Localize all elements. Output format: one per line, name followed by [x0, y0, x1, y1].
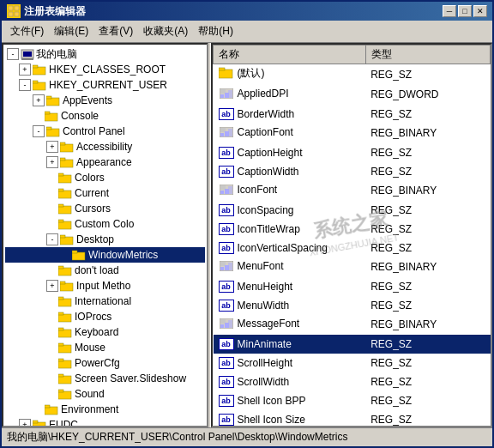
reg-name-label: BorderWidth	[238, 106, 295, 122]
international-label: International	[75, 294, 131, 309]
menu-edit[interactable]: 编辑(E)	[49, 22, 93, 40]
svg-rect-16	[46, 127, 51, 130]
expand-hkcr[interactable]: +	[19, 64, 31, 76]
main-window: 注册表编辑器 ─ □ ✕ 文件(F) 编辑(E) 查看(V) 收藏夹(A) 帮助…	[0, 0, 494, 448]
right-pane[interactable]: 系统之家 XITONGZHUJIA.NET 名称 类型 (默认)REG_SZAp…	[211, 43, 492, 427]
tree-node-appevents[interactable]: + AppEvents	[5, 93, 205, 108]
tree-node-eudc[interactable]: + EUDC	[5, 417, 205, 427]
table-row[interactable]: abScrollWidthREG_SZ	[214, 372, 491, 391]
reg-name-cell: abIconVerticalSpacing	[214, 239, 366, 257]
svg-rect-36	[60, 282, 65, 284]
table-row[interactable]: CaptionFontREG_BINARY	[214, 124, 491, 143]
table-row[interactable]: abIconVerticalSpacingREG_SZ	[214, 239, 491, 257]
expand-cp[interactable]: -	[33, 125, 45, 137]
tree-node-appearance[interactable]: + Appearance	[5, 154, 205, 170]
tree-node-screensaver[interactable]: Screen Saver.Slideshow	[5, 371, 205, 386]
maximize-button[interactable]: □	[458, 5, 472, 17]
menu-favorites[interactable]: 收藏夹(A)	[138, 22, 193, 40]
menu-file[interactable]: 文件(F)	[5, 22, 49, 40]
table-row[interactable]: MessageFontREG_BINARY	[214, 315, 491, 335]
eudc-label: EUDC	[49, 417, 78, 427]
folder-icon-current	[58, 187, 72, 199]
folder-icon-desktop	[60, 233, 74, 245]
menu-view[interactable]: 查看(V)	[93, 22, 138, 40]
svg-rect-49	[58, 391, 71, 399]
tree-node-ioprocs[interactable]: IOProcs	[5, 309, 205, 324]
table-row[interactable]: AppliedDPIREG_DWORD	[214, 85, 491, 105]
tree-node-mouse[interactable]: Mouse	[5, 340, 205, 355]
tree-node-console[interactable]: Console	[5, 108, 205, 124]
tree-pane[interactable]: - 我的电脑 + HKEY_CLASSES	[2, 43, 208, 427]
svg-rect-75	[228, 186, 232, 194]
folder-icon-customcolo	[58, 218, 72, 230]
table-row[interactable]: abCaptionWidthREG_SZ	[214, 162, 491, 181]
svg-rect-40	[58, 312, 63, 315]
tree-node-international[interactable]: International	[5, 294, 205, 309]
table-row[interactable]: abShell Icon SizeREG_SZ	[214, 410, 491, 428]
expand-eudc[interactable]: +	[19, 419, 31, 427]
expand-inputmetho[interactable]: +	[46, 280, 58, 292]
table-row[interactable]: abMenuWidthREG_SZ	[214, 296, 491, 315]
table-row[interactable]: abBorderWidthREG_SZ	[214, 105, 491, 124]
tree-node-sound[interactable]: Sound	[5, 386, 205, 402]
expand-appevents[interactable]: +	[33, 94, 45, 106]
reg-type-cell: REG_SZ	[365, 372, 490, 391]
folder-icon-appevents	[46, 94, 60, 106]
expand-appearance[interactable]: +	[46, 156, 58, 168]
console-label: Console	[61, 108, 99, 124]
folder-icon-sound	[58, 388, 72, 400]
svg-rect-80	[228, 263, 232, 270]
tree-node-cursors[interactable]: Cursors	[5, 201, 205, 216]
app-icon	[7, 4, 21, 18]
expand-accessibility[interactable]: +	[46, 141, 58, 153]
tree-node-powercfg[interactable]: PowerCfg	[5, 355, 205, 371]
ab-reg-icon: ab	[219, 338, 234, 350]
expand-root[interactable]: -	[7, 48, 19, 60]
screensaver-label: Screen Saver.Slideshow	[75, 371, 186, 386]
svg-rect-30	[60, 235, 65, 238]
tree-node-hkcu[interactable]: - HKEY_CURRENT_USER	[5, 77, 205, 93]
close-button[interactable]: ✕	[473, 5, 487, 17]
svg-rect-42	[58, 328, 63, 330]
tree-node-customcolo[interactable]: Custom Colo	[5, 216, 205, 232]
tree-node-cp[interactable]: - Control Panel	[5, 124, 205, 139]
reg-type-cell: REG_SZ	[365, 220, 490, 239]
tree-node-windowmetrics[interactable]: WindowMetrics	[5, 247, 205, 263]
minimize-button[interactable]: ─	[443, 5, 456, 17]
tree-node-colors[interactable]: Colors	[5, 170, 205, 185]
table-row[interactable]: MenuFontREG_BINARY	[214, 257, 491, 277]
titlebar: 注册表编辑器 ─ □ ✕	[2, 2, 492, 21]
tree-node-hkcr[interactable]: + HKEY_CLASSES_ROOT	[5, 62, 205, 77]
reg-name-label: CaptionHeight	[238, 145, 303, 160]
ab-reg-icon: ab	[219, 147, 234, 159]
tree-node-inputmetho[interactable]: + Input Metho	[5, 278, 205, 294]
table-row[interactable]: abIconTitleWrapREG_SZ	[214, 220, 491, 239]
menu-help[interactable]: 帮助(H)	[193, 22, 238, 40]
expand-hkcu[interactable]: -	[19, 79, 31, 91]
tree-node-keyboard[interactable]: Keyboard	[5, 324, 205, 340]
svg-rect-52	[45, 405, 50, 408]
sound-label: Sound	[75, 386, 105, 402]
svg-rect-34	[58, 266, 63, 269]
table-row[interactable]: abShell Icon BPPREG_SZ	[214, 391, 491, 410]
table-row[interactable]: abIconSpacingREG_SZ	[214, 201, 491, 220]
tree-node-desktop[interactable]: - Desktop	[5, 232, 205, 247]
ab-reg-icon: ab	[219, 395, 234, 407]
table-row[interactable]: (默认)REG_SZ	[214, 64, 491, 85]
tree-node-current[interactable]: Current	[5, 185, 205, 201]
reg-name-cell: abCaptionWidth	[214, 162, 366, 181]
tree-node-dontload[interactable]: don't load	[5, 263, 205, 278]
tree-node-environment[interactable]: Environment	[5, 402, 205, 417]
expand-desktop[interactable]: -	[46, 233, 58, 245]
table-row[interactable]: abMinAnimateREG_SZ	[214, 335, 491, 354]
table-row[interactable]: abScrollHeightREG_SZ	[214, 354, 491, 372]
reg-name-label: IconTitleWrap	[238, 221, 300, 237]
reg-type-cell: REG_BINARY	[365, 315, 490, 335]
ab-reg-icon: ab	[219, 108, 234, 120]
table-row[interactable]: abMenuHeightREG_SZ	[214, 277, 491, 296]
reg-type-cell: REG_SZ	[365, 64, 490, 85]
tree-node-root[interactable]: - 我的电脑	[5, 46, 205, 62]
tree-node-accessibility[interactable]: + Accessibility	[5, 139, 205, 154]
table-row[interactable]: IconFontREG_BINARY	[214, 181, 491, 201]
table-row[interactable]: abCaptionHeightREG_SZ	[214, 143, 491, 162]
